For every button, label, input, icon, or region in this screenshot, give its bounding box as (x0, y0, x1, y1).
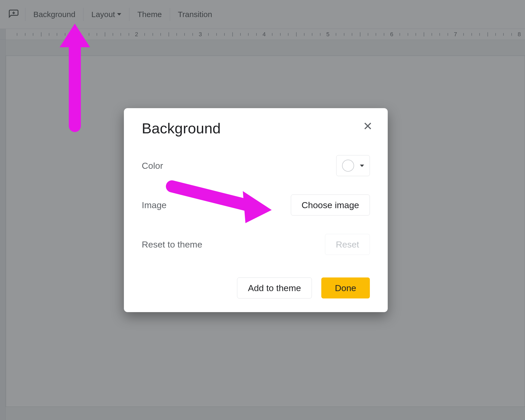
color-row: Color (142, 155, 370, 176)
reset-row: Reset to theme Reset (142, 234, 370, 255)
done-button[interactable]: Done (321, 277, 370, 298)
close-icon (363, 122, 372, 130)
color-swatch-icon (342, 160, 354, 172)
button-label: Add to theme (248, 283, 301, 293)
image-row: Image Choose image (142, 195, 370, 216)
button-label: Reset (336, 239, 359, 250)
background-dialog: Background Color Image Choose image Rese… (124, 108, 388, 312)
row-label: Image (142, 200, 167, 210)
button-label: Done (335, 283, 356, 293)
color-picker-button[interactable] (336, 155, 370, 176)
dialog-actions: Add to theme Done (142, 277, 370, 298)
dialog-title: Background (142, 120, 370, 137)
button-label: Choose image (302, 200, 359, 210)
reset-button[interactable]: Reset (325, 234, 370, 255)
row-label: Reset to theme (142, 239, 202, 250)
add-to-theme-button[interactable]: Add to theme (237, 277, 312, 298)
chevron-down-icon (360, 165, 364, 167)
dialog-close-button[interactable] (361, 120, 374, 132)
choose-image-button[interactable]: Choose image (291, 195, 370, 216)
row-label: Color (142, 161, 163, 171)
